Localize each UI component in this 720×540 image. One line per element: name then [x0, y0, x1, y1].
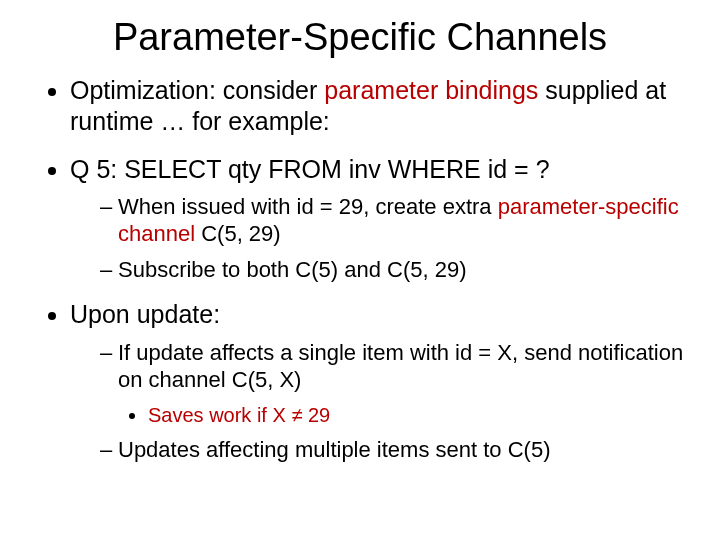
- slide: Parameter-Specific Channels Optimization…: [0, 0, 720, 540]
- sub-sub-list: Saves work if X ≠ 29: [118, 402, 684, 428]
- text-fragment-highlight: Saves work if X ≠ 29: [148, 404, 330, 426]
- text-fragment: When issued with id = 29, create extra: [118, 194, 498, 219]
- bullet-list: Optimization: consider parameter binding…: [36, 75, 684, 463]
- text-fragment: Updates affecting multiple items sent to…: [118, 437, 550, 462]
- text-query: Q 5: SELECT qty FROM inv WHERE id = ?: [70, 155, 550, 183]
- text-fragment: Upon update:: [70, 300, 220, 328]
- sub-list: When issued with id = 29, create extra p…: [70, 193, 684, 284]
- sub-item: When issued with id = 29, create extra p…: [100, 193, 684, 248]
- text-fragment: Subscribe to both C(5) and C(5, 29): [118, 257, 467, 282]
- text-fragment: Optimization: consider: [70, 76, 324, 104]
- bullet-optimization: Optimization: consider parameter binding…: [70, 75, 684, 138]
- sub-item: Subscribe to both C(5) and C(5, 29): [100, 256, 684, 284]
- sub-item: If update affects a single item with id …: [100, 339, 684, 428]
- bullet-upon-update: Upon update: If update affects a single …: [70, 299, 684, 463]
- bullet-query: Q 5: SELECT qty FROM inv WHERE id = ? Wh…: [70, 154, 684, 284]
- slide-title: Parameter-Specific Channels: [36, 16, 684, 59]
- text-fragment-highlight: parameter bindings: [324, 76, 538, 104]
- text-fragment: If update affects a single item with id …: [118, 340, 683, 393]
- sub-list: If update affects a single item with id …: [70, 339, 684, 464]
- sub-sub-item: Saves work if X ≠ 29: [148, 402, 684, 428]
- text-fragment: C(5, 29): [195, 221, 281, 246]
- sub-item: Updates affecting multiple items sent to…: [100, 436, 684, 464]
